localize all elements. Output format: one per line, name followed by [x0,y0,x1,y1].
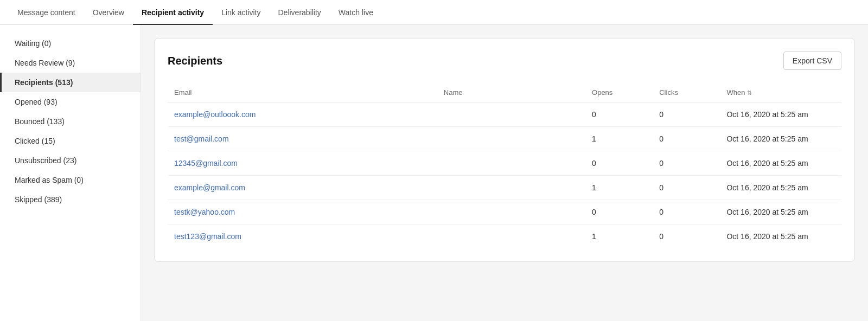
cell-clicks-0: 0 [653,102,720,127]
recipients-card: Recipients Export CSV EmailNameOpensClic… [154,38,855,262]
cell-clicks-4: 0 [653,200,720,224]
cell-email-4: testk@yahoo.com [168,200,437,224]
tab-watch-live[interactable]: Watch live [330,0,382,25]
table-body: example@outloook.com00Oct 16, 2020 at 5:… [168,102,841,249]
cell-clicks-5: 0 [653,224,720,249]
table-row: example@outloook.com00Oct 16, 2020 at 5:… [168,102,841,127]
sidebar-item-skipped[interactable]: Skipped (389) [0,190,141,209]
sidebar-item-unsubscribed[interactable]: Unsubscribed (23) [0,151,141,170]
col-header-name: Name [437,83,585,102]
sidebar-item-recipients[interactable]: Recipients (513) [0,73,141,92]
sidebar-item-clicked[interactable]: Clicked (15) [0,131,141,151]
cell-name-4 [437,200,585,224]
cell-name-0 [437,102,585,127]
cell-opens-3: 1 [585,176,653,200]
main-layout: Waiting (0)Needs Review (9)Recipients (5… [0,25,868,321]
cell-when-1: Oct 16, 2020 at 5:25 am [720,127,841,151]
cell-opens-1: 1 [585,127,653,151]
table-row: testk@yahoo.com00Oct 16, 2020 at 5:25 am [168,200,841,224]
cell-when-5: Oct 16, 2020 at 5:25 am [720,224,841,249]
email-link-3[interactable]: example@gmail.com [174,183,245,192]
cell-name-1 [437,127,585,151]
tab-deliverability[interactable]: Deliverability [270,0,330,25]
content-area: Recipients Export CSV EmailNameOpensClic… [141,25,868,321]
cell-name-5 [437,224,585,249]
export-csv-button[interactable]: Export CSV [783,52,841,70]
sidebar-item-bounced[interactable]: Bounced (133) [0,112,141,131]
top-nav: Message contentOverviewRecipient activit… [0,0,868,25]
table-row: test@gmail.com10Oct 16, 2020 at 5:25 am [168,127,841,151]
recipients-table: EmailNameOpensClicksWhen⇅ example@outloo… [168,83,841,248]
tab-link-activity[interactable]: Link activity [213,0,269,25]
cell-email-2: 12345@gmail.com [168,151,437,176]
cell-clicks-2: 0 [653,151,720,176]
cell-opens-2: 0 [585,151,653,176]
col-header-email: Email [168,83,437,102]
table-head: EmailNameOpensClicksWhen⇅ [168,83,841,102]
cell-opens-4: 0 [585,200,653,224]
cell-clicks-1: 0 [653,127,720,151]
sidebar-item-needs-review[interactable]: Needs Review (9) [0,53,141,73]
sidebar-item-opened[interactable]: Opened (93) [0,92,141,112]
card-title: Recipients [168,55,222,67]
table-row: test123@gmail.com10Oct 16, 2020 at 5:25 … [168,224,841,249]
cell-email-3: example@gmail.com [168,176,437,200]
cell-name-2 [437,151,585,176]
cell-email-5: test123@gmail.com [168,224,437,249]
email-link-0[interactable]: example@outloook.com [174,110,256,119]
tab-recipient-activity[interactable]: Recipient activity [133,0,213,25]
col-header-when[interactable]: When⇅ [720,83,841,102]
cell-when-3: Oct 16, 2020 at 5:25 am [720,176,841,200]
cell-email-0: example@outloook.com [168,102,437,127]
cell-when-0: Oct 16, 2020 at 5:25 am [720,102,841,127]
cell-email-1: test@gmail.com [168,127,437,151]
tab-overview[interactable]: Overview [84,0,133,25]
card-header: Recipients Export CSV [168,52,841,70]
sidebar-item-waiting[interactable]: Waiting (0) [0,34,141,53]
sort-icon-when: ⇅ [747,89,752,97]
tab-message-content[interactable]: Message content [9,0,84,25]
cell-when-4: Oct 16, 2020 at 5:25 am [720,200,841,224]
email-link-1[interactable]: test@gmail.com [174,134,229,143]
email-link-5[interactable]: test123@gmail.com [174,232,241,241]
cell-when-2: Oct 16, 2020 at 5:25 am [720,151,841,176]
sidebar-item-marked-as-spam[interactable]: Marked as Spam (0) [0,170,141,190]
cell-name-3 [437,176,585,200]
sidebar: Waiting (0)Needs Review (9)Recipients (5… [0,25,141,321]
table-header-row: EmailNameOpensClicksWhen⇅ [168,83,841,102]
cell-opens-5: 1 [585,224,653,249]
email-link-4[interactable]: testk@yahoo.com [174,208,235,216]
cell-opens-0: 0 [585,102,653,127]
col-header-opens: Opens [585,83,653,102]
table-row: 12345@gmail.com00Oct 16, 2020 at 5:25 am [168,151,841,176]
col-header-clicks: Clicks [653,83,720,102]
table-row: example@gmail.com10Oct 16, 2020 at 5:25 … [168,176,841,200]
cell-clicks-3: 0 [653,176,720,200]
email-link-2[interactable]: 12345@gmail.com [174,159,238,168]
